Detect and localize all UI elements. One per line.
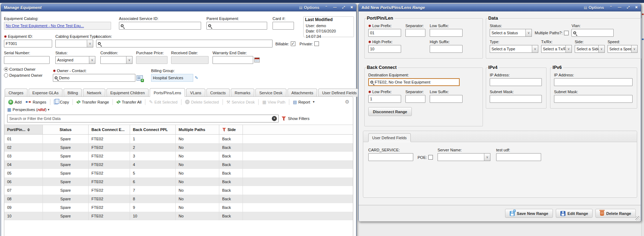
separator-input[interactable]	[405, 29, 425, 37]
status-select[interactable]: Assigned	[55, 56, 95, 64]
status-select[interactable]: Select a Status	[490, 29, 532, 37]
grid-search-input[interactable]	[7, 115, 279, 122]
bc-low-suffix-input[interactable]	[430, 95, 463, 103]
add-button[interactable]: +Add	[7, 99, 23, 105]
calendar-icon[interactable]	[254, 57, 260, 62]
table-row[interactable]: 01SpareFTE021NoBack	[4, 135, 353, 143]
disconnect-range-button[interactable]: Disconnect Range	[368, 107, 412, 116]
copy-button[interactable]: Copy	[53, 99, 70, 105]
tab-user-defined-fields[interactable]: User Defined Fields	[368, 133, 411, 142]
bc-low-prefix-input[interactable]: 1	[368, 95, 401, 103]
minimize-button[interactable]: —	[618, 6, 621, 9]
transfer-all-button[interactable]: ⇆Transfer All	[115, 99, 143, 105]
report-button[interactable]: ▤Report▼	[292, 99, 316, 105]
collapse-button[interactable]: ⌃	[325, 6, 328, 9]
vlan-input[interactable]	[571, 29, 614, 37]
show-filters-button[interactable]: Show Filters	[281, 116, 310, 121]
table-row[interactable]: 08SpareFTE028NoBack	[4, 195, 353, 203]
column-header-port-pin[interactable]: Port/Pin...	[4, 125, 43, 134]
table-row[interactable]: 04SpareFTE024NoBack	[4, 160, 353, 169]
tab-expense-glas[interactable]: Expense GLAs	[29, 89, 63, 97]
minimize-button[interactable]: —	[333, 6, 337, 9]
associated-service-id-input[interactable]	[119, 22, 201, 30]
contact-owner-radio-row[interactable]: Contact Owner	[4, 67, 43, 71]
manage-equipment-titlebar[interactable]: Manage Equipment ▤Options ⌃ — ⤢ ✖	[1, 4, 356, 11]
equipment-catalog-link[interactable]: No One Test Equipment - No One Test Equ.…	[6, 24, 84, 28]
column-header-multiple-paths[interactable]: Multiple Paths	[176, 125, 219, 134]
add-ports-range-titlebar[interactable]: Add New Ports/Pins/Lens Range ▤Options ⌃…	[359, 4, 641, 11]
tab-vlans[interactable]: VLans	[186, 89, 205, 97]
equipment-id-input[interactable]: FT001	[4, 40, 52, 47]
clear-search-icon[interactable]: ✕	[272, 116, 277, 121]
tab-remarks[interactable]: Remarks	[231, 89, 254, 97]
billing-group-field[interactable]: Hospital Services	[151, 74, 193, 82]
column-header-side[interactable]: Side	[219, 125, 243, 134]
tab-contacts[interactable]: Contacts	[206, 89, 230, 97]
poe-checkbox[interactable]	[428, 155, 433, 160]
page-scrollbar[interactable]	[641, 3, 644, 236]
close-button[interactable]: ✖	[350, 6, 353, 9]
high-prefix-input[interactable]: 10	[368, 45, 401, 53]
owner-contact-input[interactable]: Demo	[53, 74, 135, 82]
department-owner-radio-row[interactable]: Department Owner	[4, 73, 43, 77]
delete-selected-button[interactable]: −Delete Selected	[184, 99, 220, 105]
options-button[interactable]: ▤Options	[584, 5, 604, 10]
test-udf-input[interactable]	[496, 153, 541, 161]
private-checkbox[interactable]	[314, 41, 319, 46]
table-row[interactable]: 09SpareFTE029NoBack	[4, 203, 353, 212]
delete-range-button[interactable]: Delete Range	[595, 209, 636, 218]
ranges-button[interactable]: Ranges	[25, 99, 48, 105]
table-row[interactable]: 03SpareFTE023NoBack	[4, 152, 353, 160]
table-row[interactable]: 02SpareFTE022NoBack	[4, 143, 353, 152]
low-prefix-input[interactable]: 01	[368, 29, 401, 37]
transfer-range-button[interactable]: ⇆Transfer Range	[75, 99, 110, 105]
column-header-status[interactable]: Status	[43, 125, 89, 134]
speed-select[interactable]: Select a Speed	[608, 45, 638, 53]
location-input[interactable]	[96, 40, 273, 47]
parent-equipment-input[interactable]	[206, 22, 267, 30]
tab-network[interactable]: Network	[83, 89, 105, 97]
options-button[interactable]: ▤Options	[299, 5, 319, 10]
server-name-select[interactable]	[438, 153, 490, 161]
card-number-input[interactable]	[273, 22, 294, 30]
billable-checkbox[interactable]	[291, 41, 295, 46]
side-select[interactable]: Select a Side	[575, 45, 605, 53]
destination-equipment-input[interactable]: FTE02, No One Test Equipment	[368, 78, 460, 86]
table-row[interactable]: 10SpareFTE0210NoBack	[4, 212, 353, 220]
table-row[interactable]: 05SpareFTE025NoBack	[4, 169, 353, 177]
ipv4-subnet-input[interactable]	[490, 95, 542, 103]
warranty-end-date-input[interactable]	[213, 56, 253, 64]
close-button[interactable]: ✖	[635, 6, 638, 9]
tab-service-desk[interactable]: Service Desk	[255, 89, 286, 97]
high-suffix-input[interactable]	[430, 45, 463, 53]
perspectives-button[interactable]: Perspectives (rdtd)▼	[13, 107, 50, 112]
popout-button[interactable]: ⤢	[342, 6, 345, 9]
contact-owner-radio[interactable]	[4, 67, 8, 71]
ipv6-address-input[interactable]	[554, 78, 633, 86]
tab-billing[interactable]: Billing	[64, 89, 82, 97]
serial-number-input[interactable]	[4, 56, 50, 64]
edit-range-button[interactable]: Edit Range	[556, 209, 593, 218]
popout-button[interactable]: ⤢	[627, 6, 630, 9]
view-path-button[interactable]: ▦View Path	[261, 99, 286, 105]
tab-user-defined-fields[interactable]: User Defined Fields	[318, 89, 361, 97]
ipv4-address-input[interactable]	[490, 78, 542, 86]
save-new-range-button[interactable]: +Save New Range	[505, 209, 553, 218]
multiple-paths-checkbox[interactable]	[564, 31, 569, 35]
column-header-back-connect-e[interactable]: Back Connect E...	[89, 125, 130, 134]
service-desk-button[interactable]: ⚒Service Desk	[225, 99, 256, 105]
tab-charges[interactable]: Charges	[5, 89, 28, 97]
tab-ports-pins-lens[interactable]: Ports/Pins/Lens	[150, 88, 185, 97]
column-header-back-connect-ppl[interactable]: Back Connect PPL	[130, 125, 176, 134]
type-select[interactable]: Select a Type	[490, 45, 538, 53]
add-contact-icon[interactable]	[136, 75, 143, 81]
collapse-button[interactable]: ⌃	[609, 6, 612, 9]
edit-pencil-icon[interactable]: ✎	[195, 75, 198, 80]
edit-selected-button[interactable]: ✎Edit Selected	[148, 99, 179, 105]
txrx-select[interactable]: Select a Tx/Rx	[541, 45, 572, 53]
table-row[interactable]: 07SpareFTE027NoBack	[4, 186, 353, 195]
grid-settings-gear-icon[interactable]: ⚙	[345, 99, 349, 105]
card-service-input[interactable]	[368, 153, 413, 161]
cabling-equipment-type-select[interactable]	[55, 40, 93, 47]
bc-separator-input[interactable]	[405, 95, 425, 103]
